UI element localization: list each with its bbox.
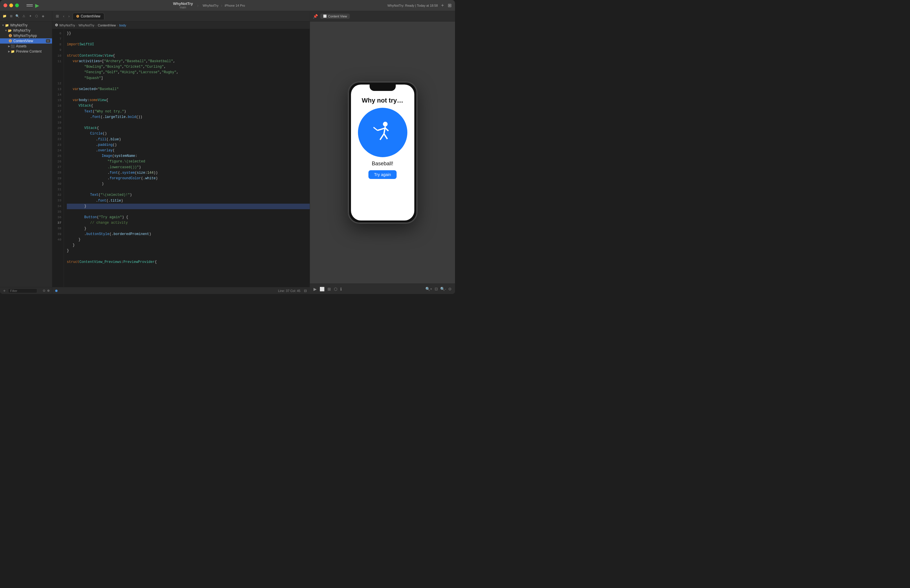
sidebar-toolbar: 📁 ⊞ 🔍 ⚠ ✦ ⬡ ◈ — [0, 11, 52, 21]
breadcrumb-project[interactable]: WhyNotTry — [59, 24, 75, 27]
sidebar-toggle-button[interactable] — [26, 3, 33, 8]
code-line: ) — [67, 181, 310, 187]
breadcrumb-whynottry[interactable]: 🅢 — [55, 24, 58, 27]
preview-tab-contentview[interactable]: ⬜ Content View — [320, 14, 350, 19]
project-info: WhyNotTry main — [173, 2, 193, 10]
add-button[interactable]: ＋ — [440, 2, 445, 8]
code-line: .font(.largeTitle.bold()) — [67, 115, 310, 120]
pin-icon[interactable]: 📌 — [313, 14, 318, 19]
code-line — [67, 120, 310, 126]
code-line: var selected = "Baseball" — [67, 87, 310, 92]
code-line: Button("Try again") { — [67, 215, 310, 220]
test-icon[interactable]: ✦ — [28, 14, 32, 19]
folder-icon: 📁 — [11, 49, 15, 53]
code-line: "Bowling", "Boxing", "Cricket", "Curling… — [67, 64, 310, 70]
svg-line-5 — [373, 127, 377, 131]
device-preview-icon[interactable]: ⬡ — [334, 287, 337, 291]
search-icon[interactable]: 🔍 — [15, 14, 20, 19]
preview-bottom-bar: ▶ ⬜ ⊞ ⬡ ℹ 🔍+ ⊡ 🔍- ⊙ — [310, 284, 455, 294]
app-title: Why not try… — [362, 97, 403, 104]
stop-preview-icon[interactable]: ⬜ — [320, 287, 325, 291]
code-line: // change activity — [67, 220, 310, 226]
filter-input[interactable] — [8, 289, 37, 293]
breadcrumb: 🅢 WhyNotTry › WhyNotTry › ContentView › … — [52, 21, 310, 29]
close-button[interactable] — [3, 3, 7, 7]
try-again-button[interactable]: Try again — [369, 170, 397, 179]
code-line — [67, 92, 310, 98]
titlebar-center: WhyNotTry main › WhyNotTry › iPhone 14 P… — [42, 2, 377, 10]
code-line: .fill(.blue) — [67, 137, 310, 142]
tab-contentview[interactable]: 🅢 ContentView — [73, 13, 104, 19]
breadcrumb-group[interactable]: WhyNotTry — [78, 24, 94, 27]
minimize-button[interactable] — [9, 3, 13, 7]
zoom-controls: 🔍+ ⊡ 🔍- ⊙ — [425, 287, 451, 291]
line-numbers: 6 7 8 9 10 11 12 13 14 15 16 17 18 19 20… — [52, 29, 64, 287]
titlebar: ▶ WhyNotTry main › WhyNotTry › iPhone 14… — [0, 0, 455, 11]
code-line: } — [67, 248, 310, 254]
app-content: Why not try… — [351, 91, 414, 221]
breakpoint-icon[interactable]: ◈ — [41, 14, 45, 19]
play-preview-icon[interactable]: ▶ — [314, 287, 317, 291]
run-button[interactable]: ▶ — [35, 2, 39, 9]
issue-icon[interactable]: ⚠ — [21, 14, 26, 19]
sidebar-item-whynottryapp[interactable]: 🅢 WhyNotTryApp — [0, 33, 52, 38]
sidebar-item-preview-content[interactable]: ▶ 📁 Preview Content — [0, 49, 52, 54]
source-control-icon[interactable]: ⊕ — [47, 289, 50, 292]
editor-layout-icon[interactable]: ⊞ — [55, 13, 60, 19]
window-controls[interactable] — [3, 3, 19, 7]
code-content[interactable]: }} import SwiftUI struct ContentView: Vi… — [64, 29, 310, 287]
folder-icon[interactable]: 📁 — [2, 14, 7, 19]
folder-open-icon: 📂 — [8, 29, 12, 32]
code-line: .overlay( — [67, 148, 310, 153]
zoom-out-icon[interactable]: 🔍- — [440, 287, 446, 291]
sport-icon-circle — [358, 108, 407, 157]
code-editor[interactable]: 6 7 8 9 10 11 12 13 14 15 16 17 18 19 20… — [52, 29, 310, 287]
swift-tab-icon: 🅢 — [76, 15, 79, 18]
zoom-in-icon[interactable]: 🔍+ — [425, 287, 432, 291]
sidebar-item-whynottry-sub[interactable]: ▼ 📂 WhyNotTry — [0, 28, 52, 33]
add-file-icon[interactable]: ＋ — [2, 288, 6, 293]
folder-closed-icon: 📁 — [5, 23, 9, 27]
code-line: } — [67, 237, 310, 242]
preview-canvas: Why not try… — [310, 21, 455, 284]
back-icon[interactable]: ‹ — [62, 13, 65, 19]
code-line — [67, 209, 310, 215]
code-line: var body: some View { — [67, 98, 310, 103]
code-line: Image(systemName: — [67, 153, 310, 159]
preview-panel: 📌 ⬜ Content View Why not try… — [310, 11, 455, 294]
zoom-fit-icon[interactable]: ⊡ — [435, 287, 438, 291]
titlebar-right-controls: ＋ ⊞ — [440, 2, 451, 8]
line-col-indicator: Line: 37 Col: 45 — [278, 289, 301, 292]
view-tab-icon: ⬜ — [323, 15, 327, 18]
forward-icon[interactable]: › — [67, 13, 71, 19]
view-mode-icon[interactable]: ⊟ — [304, 289, 307, 293]
zoom-reset-icon[interactable]: ⊙ — [448, 287, 451, 291]
sidebar-item-whynottry-root[interactable]: ▼ 📁 WhyNotTry — [0, 23, 52, 28]
code-line: } — [67, 226, 310, 231]
scheme-label[interactable]: WhyNotTry — [202, 4, 218, 7]
sidebar-item-contentview[interactable]: 🅢 ContentView M — [0, 38, 52, 44]
fullscreen-button[interactable] — [15, 3, 19, 7]
code-line: }} — [67, 31, 310, 36]
chevron-down-icon: ▼ — [5, 29, 7, 32]
device-label[interactable]: iPhone 14 Pro — [225, 4, 245, 7]
vcs-icon[interactable]: ⊞ — [9, 14, 13, 19]
grid-preview-icon[interactable]: ⊞ — [327, 287, 331, 291]
info-preview-icon[interactable]: ℹ — [340, 287, 342, 291]
code-line: "Fencing", "Golf", "Hiking", "Lacrosse",… — [67, 70, 310, 75]
sidebar-item-assets[interactable]: ▶ ⬛ Assets — [0, 44, 52, 49]
debug-icon[interactable]: ⬡ — [34, 14, 39, 19]
swift-file-icon: 🅢 — [8, 39, 12, 43]
breadcrumb-symbol[interactable]: body — [119, 24, 126, 27]
code-line: .buttonStyle(.borderedProminent) — [67, 231, 310, 237]
editor-area: ⊞ ‹ › 🅢 ContentView 🅢 WhyNotTry › WhyNot… — [52, 11, 310, 294]
main-layout: 📁 ⊞ 🔍 ⚠ ✦ ⬡ ◈ ▼ 📁 WhyNotTry ▼ 📂 WhyNotTr… — [0, 11, 455, 294]
recent-files-icon[interactable]: ⊙ — [43, 289, 45, 292]
layout-button[interactable]: ⊞ — [448, 3, 451, 8]
code-line — [67, 254, 310, 259]
breadcrumb-file[interactable]: ContentView — [98, 24, 116, 27]
code-line: var activities = ["Archery", "Baseball",… — [67, 59, 310, 64]
code-line — [67, 81, 310, 87]
code-line: .lowercased())") — [67, 165, 310, 170]
code-line: .font(.title) — [67, 198, 310, 204]
